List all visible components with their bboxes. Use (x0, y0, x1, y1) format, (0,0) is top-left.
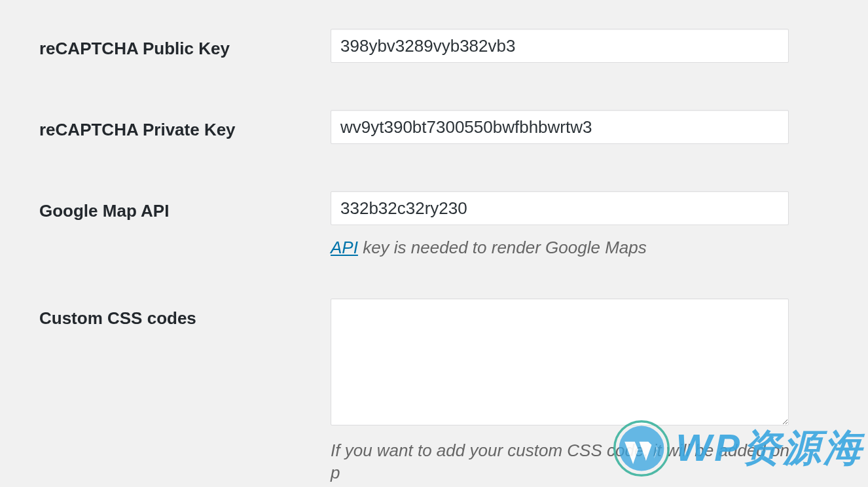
row-recaptcha-private: reCAPTCHA Private Key (39, 110, 868, 144)
api-link[interactable]: API (331, 238, 358, 257)
label-custom-css: Custom CSS codes (39, 298, 331, 330)
recaptcha-private-input[interactable] (331, 110, 789, 144)
label-google-map-api: Google Map API (39, 191, 331, 223)
google-map-api-input[interactable] (331, 191, 789, 225)
row-google-map-api: Google Map API API key is needed to rend… (39, 191, 868, 259)
settings-form: reCAPTCHA Public Key reCAPTCHA Private K… (0, 0, 868, 484)
row-custom-css: Custom CSS codes If you want to add your… (39, 298, 868, 484)
custom-css-textarea[interactable] (331, 298, 789, 425)
label-recaptcha-private: reCAPTCHA Private Key (39, 110, 331, 141)
field-recaptcha-private (331, 110, 868, 144)
field-recaptcha-public (331, 29, 868, 63)
recaptcha-public-input[interactable] (331, 29, 789, 63)
api-help-rest: key is needed to render Google Maps (358, 238, 647, 257)
google-map-api-help: API key is needed to render Google Maps (331, 237, 789, 259)
row-recaptcha-public: reCAPTCHA Public Key (39, 0, 868, 63)
field-google-map-api: API key is needed to render Google Maps (331, 191, 868, 259)
field-custom-css: If you want to add your custom CSS code,… (331, 298, 868, 484)
label-recaptcha-public: reCAPTCHA Public Key (39, 29, 331, 60)
custom-css-help: If you want to add your custom CSS code,… (331, 440, 789, 484)
